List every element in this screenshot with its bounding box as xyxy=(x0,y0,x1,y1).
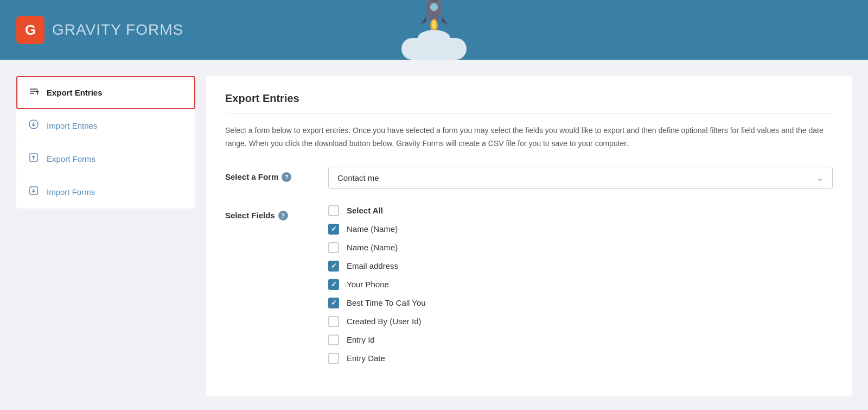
checkbox-label-best-time: Best Time To Call You xyxy=(347,298,426,307)
checkbox-label-name-2: Name (Name) xyxy=(347,243,398,252)
select-form-control: Contact me ⌄ xyxy=(328,167,833,189)
logo-icon: G xyxy=(16,16,44,44)
list-item: Your Phone xyxy=(328,279,833,290)
sidebar-item-export-entries[interactable]: Export Entries xyxy=(16,76,195,109)
checkbox-select-all[interactable] xyxy=(328,205,339,216)
checkbox-entry-date[interactable] xyxy=(328,353,339,364)
select-fields-help-icon[interactable]: ? xyxy=(278,211,288,220)
checkbox-label-name-1: Name (Name) xyxy=(347,224,398,234)
fields-list: Select All Name (Name) Name (Name) xyxy=(328,205,833,364)
svg-marker-3 xyxy=(420,16,426,24)
select-form-help-icon[interactable]: ? xyxy=(282,172,291,182)
form-dropdown[interactable]: Contact me ⌄ xyxy=(328,167,833,189)
sidebar-item-label: Export Forms xyxy=(47,154,95,163)
sidebar-item-label: Import Forms xyxy=(47,187,95,197)
sidebar-item-import-forms[interactable]: Import Forms xyxy=(16,175,195,209)
svg-marker-4 xyxy=(442,16,448,24)
select-fields-label: Select Fields ? xyxy=(225,205,312,220)
form-select-section: Select a Form ? Contact me ⌄ xyxy=(225,167,833,189)
sidebar-item-label: Export Entries xyxy=(47,88,103,97)
export-forms-icon xyxy=(28,152,39,166)
list-item: Best Time To Call You xyxy=(328,298,833,308)
logo-text: GRAVITY FORMS xyxy=(52,21,183,39)
svg-point-6 xyxy=(432,20,436,29)
checkbox-label-select-all: Select All xyxy=(347,206,383,215)
header: G GRAVITY FORMS xyxy=(0,0,868,60)
import-forms-icon xyxy=(28,185,39,199)
logo: G GRAVITY FORMS xyxy=(16,16,183,44)
page-title: Export Entries xyxy=(225,92,833,113)
checkbox-label-phone: Your Phone xyxy=(347,280,389,289)
sidebar-item-export-forms[interactable]: Export Forms xyxy=(16,142,195,175)
main-content: Export Entries Select a form below to ex… xyxy=(206,76,852,396)
checkbox-created-by[interactable] xyxy=(328,316,339,327)
list-item: Select All xyxy=(328,205,833,216)
chevron-down-icon: ⌄ xyxy=(816,173,824,183)
import-entries-icon xyxy=(28,119,39,133)
list-item: Name (Name) xyxy=(328,242,833,253)
checkbox-best-time[interactable] xyxy=(328,298,339,308)
checkbox-label-entry-date: Entry Date xyxy=(347,354,385,363)
export-entries-icon xyxy=(28,86,39,99)
page-description: Select a form below to export entries. O… xyxy=(225,124,833,150)
checkbox-label-email: Email address xyxy=(347,261,398,270)
list-item: Entry Id xyxy=(328,335,833,345)
checkbox-list: Select All Name (Name) Name (Name) xyxy=(328,205,833,364)
sidebar-item-label: Import Entries xyxy=(47,121,97,130)
checkbox-name-1[interactable] xyxy=(328,224,339,235)
svg-point-2 xyxy=(430,3,438,11)
list-item: Email address xyxy=(328,261,833,272)
checkbox-label-entry-id: Entry Id xyxy=(347,335,375,344)
form-dropdown-value: Contact me xyxy=(337,173,379,182)
checkbox-label-created-by: Created By (User Id) xyxy=(347,317,422,326)
checkbox-email[interactable] xyxy=(328,261,339,272)
select-fields-section: Select Fields ? Select All Name (Name) xyxy=(225,205,833,364)
list-item: Created By (User Id) xyxy=(328,316,833,327)
page-wrapper: Export Entries Import Entries Export xyxy=(0,60,868,410)
sidebar: Export Entries Import Entries Export xyxy=(16,76,195,396)
list-item: Entry Date xyxy=(328,353,833,364)
cloud-decoration xyxy=(401,38,467,60)
checkbox-name-2[interactable] xyxy=(328,242,339,253)
checkbox-phone[interactable] xyxy=(328,279,339,290)
list-item: Name (Name) xyxy=(328,224,833,235)
sidebar-item-import-entries[interactable]: Import Entries xyxy=(16,109,195,142)
rocket-decoration xyxy=(401,0,467,62)
select-form-label: Select a Form ? xyxy=(225,167,312,182)
checkbox-entry-id[interactable] xyxy=(328,335,339,345)
